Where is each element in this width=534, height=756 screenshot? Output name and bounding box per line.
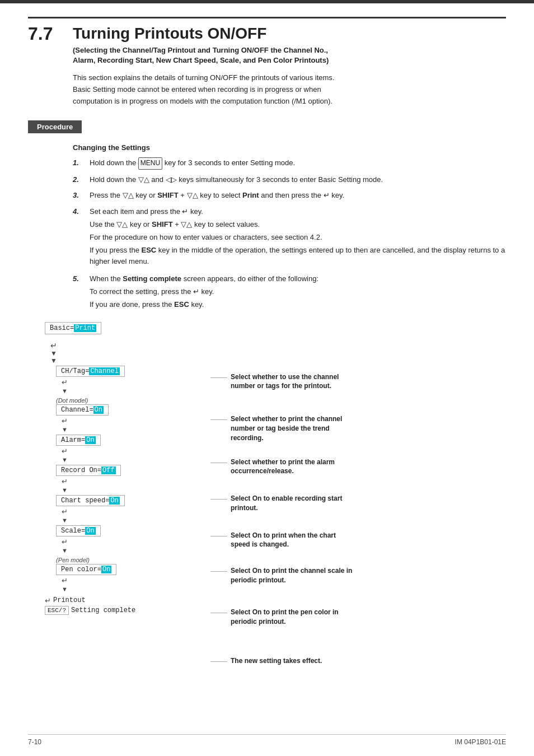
section-title-block: Turning Printouts ON/OFF (Selecting the … xyxy=(73,24,506,66)
chart-speed-row: Chart speed=On xyxy=(56,495,125,506)
step-1: 1. Hold down the MENU key for 3 seconds … xyxy=(73,157,506,169)
annot-channel: Select whether to print the channelnumbe… xyxy=(210,414,378,442)
diagram-right-col: Select whether to use the channelnumber … xyxy=(210,322,378,669)
down-arrow-7: ▼ xyxy=(62,547,68,554)
ch-tag-row: CH/Tag=Channel xyxy=(56,366,125,377)
connector-4: ↵ ▼ xyxy=(62,447,68,464)
annot-ch-tag-text: Select whether to use the channelnumber … xyxy=(231,372,339,391)
pen-color-box: Pen color=On xyxy=(56,564,116,575)
annot-dash-7 xyxy=(210,613,227,613)
on-highlight-3: On xyxy=(109,497,119,505)
annot-channel-text: Select whether to print the channelnumbe… xyxy=(231,414,342,442)
doc-id: IM 04P1B01-01E xyxy=(455,738,506,746)
annot-bottom-text: The new setting takes effect. xyxy=(231,656,322,666)
down-arrows: ▼▼ xyxy=(50,350,57,365)
section-title: Turning Printouts ON/OFF xyxy=(73,24,506,43)
annot-dash-5 xyxy=(210,536,227,536)
dot-model-label: (Dot model) xyxy=(56,397,88,404)
annot-dash-8 xyxy=(210,661,227,662)
footer: 7-10 IM 04P1B01-01E xyxy=(28,734,506,746)
down-arrow-4: ▼ xyxy=(62,456,68,463)
bottom-section: ↵ Printout ESC/? Setting complete xyxy=(45,596,135,615)
content-area: Changing the Settings 1. Hold down the M… xyxy=(28,143,506,668)
enter-icon-1: ↵ xyxy=(50,341,57,350)
top-border xyxy=(0,0,534,3)
down-arrow-3: ▼ xyxy=(62,426,68,433)
annot-chart-speed: Select On to print when the chartspeed i… xyxy=(210,531,378,550)
channel-highlight: Channel xyxy=(89,367,119,375)
basic-box: Basic=Print xyxy=(45,322,101,334)
top-connector: ↵ ▼▼ xyxy=(50,341,57,365)
step-3: 3. Press the ▽△ key or SHIFT + ▽△ key to… xyxy=(73,190,506,202)
step-5: 5. When the Setting complete screen appe… xyxy=(73,273,506,311)
annot-dash-4 xyxy=(210,499,227,500)
annot-spacer-7 xyxy=(210,587,378,608)
printout-row: ↵ Printout xyxy=(45,596,135,605)
annot-spacer-6 xyxy=(210,552,378,566)
intro-line-1: This section explains the details of tur… xyxy=(73,72,506,84)
annot-spacer-4 xyxy=(210,478,378,494)
channel-box: Channel=On xyxy=(56,404,109,416)
section-number: 7.7 xyxy=(28,24,73,44)
annot-dash-1 xyxy=(210,377,227,378)
connector-7: ↵ ▼ xyxy=(62,538,68,554)
enter-icon-5: ↵ xyxy=(62,477,68,486)
down-arrow-5: ▼ xyxy=(62,487,68,493)
on-highlight-5: On xyxy=(101,566,111,573)
annot-spacer-5 xyxy=(210,515,378,531)
enter-icon-4: ↵ xyxy=(62,447,68,455)
enter-icon-8: ↵ xyxy=(62,576,68,585)
connector-3: ↵ ▼ xyxy=(62,417,68,433)
enter-icon-6: ↵ xyxy=(62,507,68,516)
subsection-title: Changing the Settings xyxy=(73,143,506,152)
steps-list: 1. Hold down the MENU key for 3 seconds … xyxy=(73,157,506,311)
pen-color-row: Pen color=On xyxy=(56,564,116,575)
pen-model-label: (Pen model) xyxy=(56,557,90,563)
setting-complete-row: ESC/? Setting complete xyxy=(45,606,135,615)
down-arrow-6: ▼ xyxy=(62,517,68,524)
annot-dash-6 xyxy=(210,571,227,572)
annot-ch-tag: Select whether to use the channelnumber … xyxy=(210,372,378,391)
section-header: 7.7 Turning Printouts ON/OFF (Selecting … xyxy=(28,17,506,66)
step-2-content: Hold down the ▽△ and ◁▷ keys simultaneou… xyxy=(90,174,506,186)
basic-print-box: Basic=Print xyxy=(45,322,101,339)
step-3-num: 3. xyxy=(73,190,90,202)
connector-5: ↵ ▼ xyxy=(62,477,68,494)
channel-row: Channel=On xyxy=(56,404,109,416)
diagram-left-col: Basic=Print ↵ ▼▼ CH/Tag=Channel ↵ ▼ xyxy=(45,322,202,615)
step-4-content: Set each item and press the ↵ key. Use t… xyxy=(90,206,506,269)
menu-key: MENU xyxy=(138,157,162,169)
intro-line-2: Basic Setting mode cannot be entered whe… xyxy=(73,84,506,96)
step-4: 4. Set each item and press the ↵ key. Us… xyxy=(73,206,506,269)
annot-record-text: Select On to enable recording startprint… xyxy=(231,494,342,513)
connector-8: ↵ ▼ xyxy=(62,576,68,593)
printout-label: Printout xyxy=(53,596,86,604)
on-highlight-4: On xyxy=(85,527,95,535)
alarm-box: Alarm=On xyxy=(56,435,101,446)
step-5-num: 5. xyxy=(73,273,90,311)
step-3-content: Press the ▽△ key or SHIFT + ▽△ key to se… xyxy=(90,190,506,202)
annot-spacer-3 xyxy=(210,445,378,458)
annot-bottom: The new setting takes effect. xyxy=(210,656,378,666)
section-subtitle: (Selecting the Channel/Tag Printout and … xyxy=(73,45,506,66)
annot-dash-2 xyxy=(210,419,227,420)
chart-speed-box: Chart speed=On xyxy=(56,495,125,506)
diagram-wrapper: Basic=Print ↵ ▼▼ CH/Tag=Channel ↵ ▼ xyxy=(45,322,506,669)
intro-text: This section explains the details of tur… xyxy=(73,72,506,107)
down-arrow-2: ▼ xyxy=(62,388,68,394)
on-highlight-1: On xyxy=(93,406,104,414)
step-1-num: 1. xyxy=(73,157,90,169)
enter-icon-7: ↵ xyxy=(62,538,68,546)
annot-pen-color-text: Select On to print the pen color inperio… xyxy=(231,608,339,627)
record-on-row: Record On=Off xyxy=(56,465,121,476)
esc-key-label: ESC/? xyxy=(45,606,69,615)
down-arrow-8: ▼ xyxy=(62,586,68,592)
annot-chart-speed-text: Select On to print when the chartspeed i… xyxy=(231,531,336,550)
step-2-num: 2. xyxy=(73,174,90,186)
step-1-content: Hold down the MENU key for 3 seconds to … xyxy=(90,157,506,169)
step-4-num: 4. xyxy=(73,206,90,269)
scale-row: Scale=On xyxy=(56,525,101,536)
off-highlight: Off xyxy=(101,466,116,474)
connector-2: ↵ ▼ xyxy=(62,378,68,395)
annot-alarm: Select whether to print the alarmoccurre… xyxy=(210,458,378,477)
